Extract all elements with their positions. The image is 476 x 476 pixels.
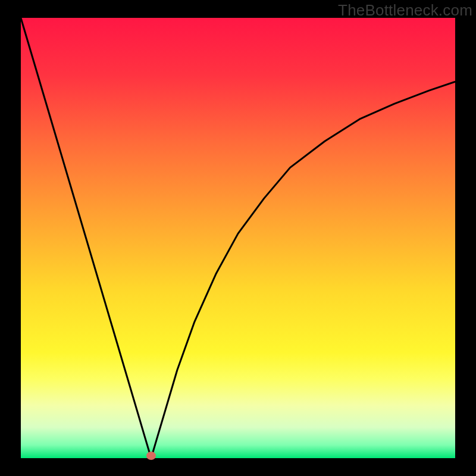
chart-container: TheBottleneck.com <box>0 0 476 476</box>
minimum-marker <box>146 452 156 460</box>
bottleneck-chart <box>0 0 476 476</box>
watermark-text: TheBottleneck.com <box>338 1 472 20</box>
